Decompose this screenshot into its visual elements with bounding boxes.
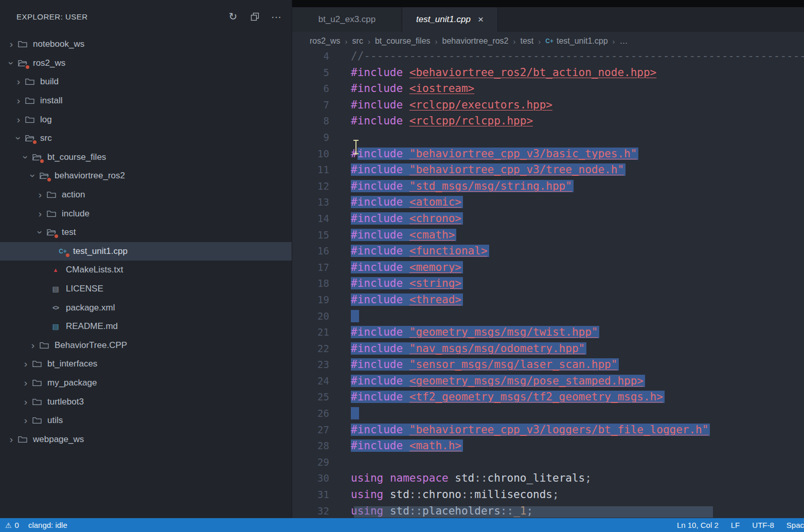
status-item[interactable]: Ln 10, Col 2 [677,521,719,529]
chevron-right-icon[interactable]: › [21,415,31,426]
tree-item-bt_interfaces[interactable]: ›bt_interfaces [0,355,292,374]
chevron-right-icon[interactable]: › [13,76,24,87]
code-line-11[interactable]: 11#include "behaviortree_cpp_v3/tree_nod… [292,162,804,178]
code-line-12[interactable]: 12#include "std_msgs/msg/string.hpp" [292,178,804,195]
code-line-18[interactable]: 18#include <string> [292,276,804,292]
code-line-4[interactable]: 4//-------------------------------------… [292,48,804,65]
code-line-14[interactable]: 14#include <chrono> [292,211,804,227]
chevron-right-icon[interactable]: › [21,358,31,370]
tab-bar: bt_u2_ex3.cpptest_unit1.cpp× [292,7,804,32]
code-token: <chrono> [409,212,461,225]
breadcrumb-item-test[interactable]: test [521,36,534,46]
tree-item-notebook_ws[interactable]: ›notebook_ws [0,35,292,54]
code-line-9[interactable]: 9 [292,130,804,146]
code-line-26[interactable]: 26 [292,406,804,422]
code-line-6[interactable]: 6#include <iostream> [292,81,804,97]
tree-item-package.xml[interactable]: <>package.xml [0,298,292,317]
chevron-right-icon[interactable]: › [13,114,24,125]
tree-item-test_unit1.cpp[interactable]: C+test_unit1.cpp [0,242,292,261]
code-line-28[interactable]: 28#include <math.h> [292,438,804,454]
code-line-22[interactable]: 22#include "nav_msgs/msg/odometry.hpp" [292,341,804,357]
code-line-30[interactable]: 30using namespace std::chrono_literals; [292,470,804,487]
code-area[interactable]: 4//-------------------------------------… [292,48,804,518]
code-text: #include "behaviortree_cpp_v3/loggers/bt… [351,422,710,438]
refresh-icon[interactable]: ↻ [227,10,239,23]
chevron-right-icon[interactable]: › [35,189,45,200]
tree-item-turtlebot3[interactable]: ›turtlebot3 [0,392,292,411]
code-token [449,472,455,484]
code-line-7[interactable]: 7#include <rclcpp/executors.hpp> [292,97,804,114]
code-line-10[interactable]: 10#include "behaviortree_cpp_v3/basic_ty… [292,146,804,162]
code-line-19[interactable]: 19#include <thread> [292,292,804,308]
chevron-right-icon[interactable]: › [13,95,24,106]
code-line-5[interactable]: 5#include <behaviortree_ros2/bt_action_n… [292,65,804,81]
tree-item-action[interactable]: ›action [0,186,292,205]
tree-item-build[interactable]: ›build [0,72,292,91]
status-item[interactable]: clangd: idle [28,521,67,529]
code-line-29[interactable]: 29 [292,454,804,471]
code-line-8[interactable]: 8#include <rclcpp/rclcpp.hpp> [292,113,804,130]
breadcrumb-item-bt_course_files[interactable]: bt_course_files [375,36,431,46]
chevron-right-icon[interactable]: › [21,377,31,389]
code-line-16[interactable]: 16#include <functional> [292,243,804,260]
tree-item-BehaviorTree.CPP[interactable]: ›BehaviorTree.CPP [0,336,292,355]
chevron-right-icon[interactable]: › [21,396,31,408]
tree-item-install[interactable]: ›install [0,91,292,111]
chevron-right-icon[interactable]: › [28,340,38,351]
tree-item-LICENSE[interactable]: ▤LICENSE [0,280,292,299]
tree-item-log[interactable]: ›log [0,110,292,129]
code-line-17[interactable]: 17#include <memory> [292,260,804,276]
tree-item-behaviortree_ros2[interactable]: ›behaviortree_ros2 [0,167,292,186]
tree-item-CMakeLists.txt[interactable]: ▲CMakeLists.txt [0,261,292,280]
status-item[interactable]: Spac [787,521,804,529]
code-text: #include <iostream> [351,81,474,97]
chevron-right-icon[interactable]: › [6,39,16,50]
line-number: 26 [292,406,329,422]
tree-item-label: notebook_ws [33,39,84,49]
chevron-right-icon[interactable]: › [35,208,45,219]
chevron-down-icon[interactable]: › [27,171,39,181]
breadcrumb-item-behaviortree_ros2[interactable]: behaviortree_ros2 [442,36,509,46]
tree-item-src[interactable]: ›src [0,129,292,148]
code-line-20[interactable]: 20 [292,308,804,325]
breadcrumb-item-test_unit1.cpp[interactable]: C+test_unit1.cpp [545,36,608,46]
chevron-down-icon[interactable]: › [13,133,24,143]
code-line-13[interactable]: 13#include <atomic> [292,194,804,211]
close-icon[interactable]: × [478,14,484,25]
breadcrumb-item-…[interactable]: … [620,36,628,46]
more-actions-icon[interactable]: ··· [270,10,282,23]
breadcrumb-item-ros2_ws[interactable]: ros2_ws [310,36,341,46]
breadcrumb-label: behaviortree_ros2 [442,36,509,46]
code-token: <behaviortree_ros2/bt_action_node.hpp> [409,66,656,79]
chevron-down-icon[interactable]: › [6,58,17,68]
status-item[interactable]: ⚠0 [5,521,19,529]
chevron-right-icon[interactable]: › [6,434,16,445]
code-text: #include "behaviortree_cpp_v3/tree_node.… [351,162,626,178]
tree-item-README.md[interactable]: ▤README.md [0,317,292,336]
code-line-15[interactable]: 15#include <cmath> [292,227,804,244]
tree-item-utils[interactable]: ›utils [0,411,292,430]
collapse-folders-icon[interactable] [248,10,261,23]
code-line-31[interactable]: 31using std::chrono::milliseconds; [292,487,804,503]
code-token [403,424,409,436]
code-line-21[interactable]: 21#include "geometry_msgs/msg/twist.hpp" [292,324,804,341]
status-item[interactable]: UTF-8 [752,521,774,529]
tab-bt_u2_ex3.cpp[interactable]: bt_u2_ex3.cpp [292,7,402,32]
status-item[interactable]: LF [731,521,740,529]
tree-item-bt_course_files[interactable]: ›bt_course_files [0,148,292,167]
tree-item-ros2_ws[interactable]: ›ros2_ws [0,54,292,73]
code-token [403,391,409,403]
chevron-down-icon[interactable]: › [34,227,46,237]
code-line-27[interactable]: 27#include "behaviortree_cpp_v3/loggers/… [292,422,804,438]
chevron-down-icon[interactable]: › [20,152,31,162]
breadcrumb-item-src[interactable]: src [352,36,363,46]
code-line-24[interactable]: 24#include <geometry_msgs/msg/pose_stamp… [292,373,804,390]
tab-test_unit1.cpp[interactable]: test_unit1.cpp× [402,7,498,32]
tree-item-test[interactable]: ›test [0,223,292,242]
tree-item-my_package[interactable]: ›my_package [0,374,292,393]
code-line-25[interactable]: 25#include <tf2_geometry_msgs/tf2_geomet… [292,389,804,406]
tree-item-include[interactable]: ›include [0,204,292,223]
horizontal-scrollbar[interactable] [354,506,713,518]
tree-item-webpage_ws[interactable]: ›webpage_ws [0,430,292,449]
code-line-23[interactable]: 23#include "sensor_msgs/msg/laser_scan.h… [292,357,804,373]
